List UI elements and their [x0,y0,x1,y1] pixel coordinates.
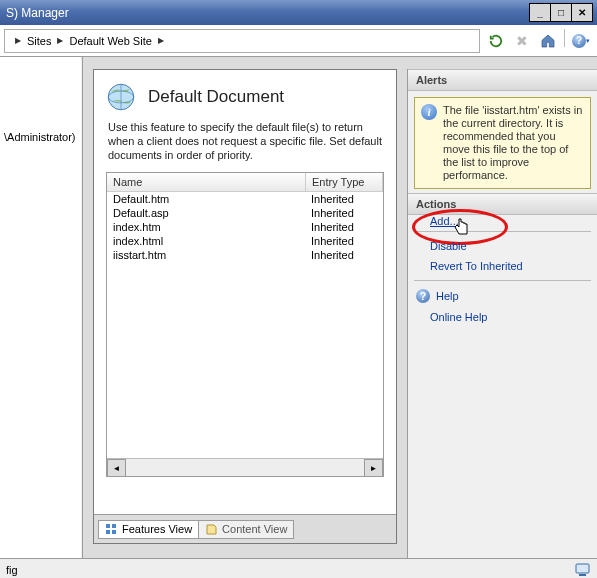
cell-name: Default.asp [107,206,305,220]
stop-icon: ✖ [516,33,528,49]
refresh-button[interactable] [484,29,508,53]
tab-label: Features View [122,523,192,535]
content-view-icon [205,523,218,536]
help-label: Help [436,290,459,302]
help-icon: ? [572,34,586,48]
column-header-name[interactable]: Name [107,173,306,191]
revert-action[interactable]: Revert To Inherited [408,256,597,276]
horizontal-scrollbar[interactable]: ◄ ► [107,458,383,476]
cell-name: index.htm [107,220,305,234]
svg-rect-7 [576,564,589,573]
table-row[interactable]: iisstart.htm Inherited [107,248,383,262]
status-icon [575,562,591,578]
help-button[interactable]: ?▾ [569,29,593,53]
breadcrumb-item[interactable]: Default Web Site [69,35,151,47]
cell-name: index.html [107,234,305,248]
add-action[interactable]: Add... [408,211,467,231]
document-globe-icon [104,80,138,114]
svg-rect-3 [106,524,110,528]
table-row[interactable]: index.htm Inherited [107,220,383,234]
documents-table: Name Entry Type Default.htm Inherited De… [106,172,384,477]
maximize-button[interactable]: □ [551,3,572,22]
tab-features-view[interactable]: Features View [98,520,199,539]
cell-type: Inherited [305,206,383,220]
cell-type: Inherited [305,192,383,206]
page-title: Default Document [148,87,284,107]
minimize-button[interactable]: _ [529,3,551,22]
home-icon [540,33,556,49]
tab-label: Content View [222,523,287,535]
status-text: fig [6,564,18,576]
svg-rect-8 [579,574,586,576]
breadcrumb[interactable]: ▶ Sites ▶ Default Web Site ▶ [4,29,480,53]
tree-node[interactable]: \Administrator) [0,127,82,147]
scroll-left-button[interactable]: ◄ [107,459,126,477]
cell-name: iisstart.htm [107,248,305,262]
refresh-icon [489,34,503,48]
chevron-right-icon: ▶ [15,36,21,45]
actions-pane: Alerts i The file 'iisstart.htm' exists … [407,69,597,558]
column-header-entry-type[interactable]: Entry Type [306,173,383,191]
close-button[interactable]: ✕ [572,3,593,22]
help-icon: ? [416,289,430,303]
table-row[interactable]: index.html Inherited [107,234,383,248]
svg-rect-6 [112,530,116,534]
chevron-right-icon: ▶ [57,36,63,45]
table-header: Name Entry Type [107,173,383,192]
page-description: Use this feature to specify the default … [94,118,396,172]
online-help-action[interactable]: Online Help [408,307,597,327]
home-button[interactable] [536,29,560,53]
alert-box: i The file 'iisstart.htm' exists in the … [414,97,591,189]
svg-rect-5 [106,530,110,534]
cell-type: Inherited [305,248,383,262]
cell-name: Default.htm [107,192,305,206]
window-titlebar: S) Manager _ □ ✕ [0,0,597,25]
connections-tree[interactable]: \Administrator) [0,57,83,558]
status-bar: fig [0,558,597,578]
stop-button: ✖ [510,29,534,53]
help-action[interactable]: ? Help [408,285,597,307]
window-title: S) Manager [6,6,529,20]
svg-rect-4 [112,524,116,528]
breadcrumb-item[interactable]: Sites [27,35,51,47]
scroll-right-button[interactable]: ► [364,459,383,477]
alerts-header: Alerts [408,69,597,91]
info-icon: i [421,104,437,120]
chevron-right-icon: ▶ [158,36,164,45]
breadcrumb-bar: ▶ Sites ▶ Default Web Site ▶ ✖ ?▾ [0,25,597,57]
cell-type: Inherited [305,234,383,248]
feature-panel: Default Document Use this feature to spe… [93,69,397,544]
features-view-icon [105,523,118,536]
tab-content-view[interactable]: Content View [198,520,294,539]
table-row[interactable]: Default.htm Inherited [107,192,383,206]
cell-type: Inherited [305,220,383,234]
table-row[interactable]: Default.asp Inherited [107,206,383,220]
disable-action[interactable]: Disable [408,236,597,256]
alert-message: The file 'iisstart.htm' exists in the cu… [443,104,584,182]
